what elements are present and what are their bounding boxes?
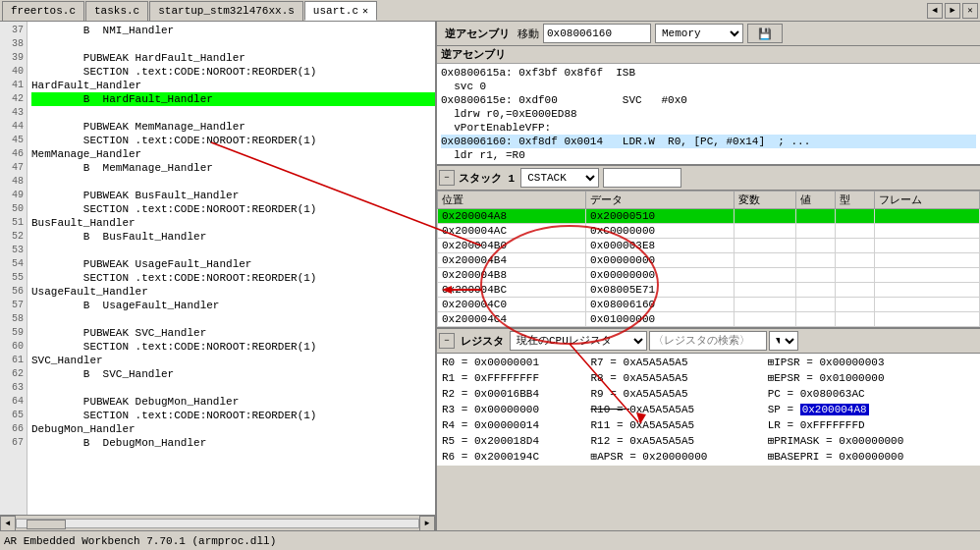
tab-bar: freertos.c tasks.c startup_stm32l476xx.s… <box>0 0 980 22</box>
stack-cell <box>795 239 835 253</box>
tab-close-icon[interactable]: ✕ <box>362 5 368 17</box>
reg-name: R1 = <box>442 372 474 384</box>
reg-header-bar: − レジスタ 現在のCPUレジスタ ▼ <box>437 329 980 354</box>
reg-value: 0xA5A5A5A5 <box>629 404 694 415</box>
reg-cell: ⊞IPSR = 0x00000003 <box>765 355 970 370</box>
tab-close-button[interactable]: ✕ <box>962 3 978 19</box>
reg-cell: R7 = 0xA5A5A5A5 <box>588 355 765 370</box>
line-number: 39 <box>0 51 27 65</box>
scroll-thumb[interactable] <box>27 520 66 529</box>
reg-value: 0xFFFFFFFD <box>800 419 865 431</box>
stack-cell <box>835 253 874 268</box>
code-line: SECTION .text:CODE:NOROOT:REORDER(1) <box>31 65 435 79</box>
reg-row: R5 = 0x200018D4R12 = 0xA5A5A5A5⊞PRIMASK … <box>439 433 978 449</box>
stack-cell <box>795 312 835 327</box>
stack-cell: 0x200004BC <box>438 283 586 298</box>
reg-name: R10 = <box>591 404 630 415</box>
scroll-right-button[interactable]: ► <box>419 516 435 531</box>
code-line: B SVC_Handler <box>31 367 435 381</box>
stack-cell <box>735 209 795 224</box>
stack-cell: 0x200004C4 <box>438 312 586 327</box>
tab-tasks[interactable]: tasks.c <box>85 1 148 21</box>
reg-name: ⊞APSR = <box>591 451 643 463</box>
tab-startup-label: startup_stm32l476xx.s <box>158 5 295 17</box>
tab-prev-button[interactable]: ◄ <box>927 3 943 19</box>
reg-row: R3 = 0x00000000R10 = 0xA5A5A5A5SP = 0x20… <box>439 402 978 417</box>
reg-value: 0x200018D4 <box>474 435 539 447</box>
disasm-toolbar: 逆アセンブリ 移動 Memory 💾 <box>437 22 980 46</box>
line-number: 49 <box>0 189 27 202</box>
reg-name: SP = <box>768 404 800 415</box>
stack-cell: 0xC0000000 <box>586 224 735 239</box>
stack-row: 0x200004AC0xC0000000 <box>438 224 980 239</box>
stack-cell <box>795 283 835 298</box>
reg-name: R0 = <box>442 357 474 368</box>
stack-select[interactable]: CSTACK <box>520 168 599 188</box>
horizontal-scrollbar[interactable]: ◄ ► <box>0 515 435 530</box>
stack-column-header: 型 <box>835 192 874 209</box>
reg-value: 0x00000000 <box>474 404 539 415</box>
code-line: SVC_Handler <box>31 354 435 367</box>
stack-cell: 0x000003E8 <box>586 239 735 253</box>
scroll-left-button[interactable]: ◄ <box>0 516 16 531</box>
stack-cell <box>875 253 980 268</box>
stack-table: 位置データ変数値型フレーム0x200004A80x200005100x20000… <box>437 191 980 327</box>
tab-startup[interactable]: startup_stm32l476xx.s <box>149 1 303 21</box>
stack-cell: 0x200004B4 <box>438 253 586 268</box>
reg-filter-select[interactable]: ▼ <box>769 331 798 351</box>
reg-name: R2 = <box>442 388 474 400</box>
disasm-label: 逆アセンブリ <box>441 49 506 61</box>
reg-name: R6 = <box>442 451 474 463</box>
stack-row: 0x200004A80x20000510 <box>438 209 980 224</box>
code-line: B DebugMon_Handler <box>31 436 435 450</box>
stack-row: 0x200004C40x01000000 <box>438 312 980 327</box>
code-line: B NMI_Handler <box>31 24 435 37</box>
line-number: 66 <box>0 422 27 436</box>
stack-search[interactable] <box>603 168 681 188</box>
reg-cell: R10 = 0xA5A5A5A5 <box>588 402 765 417</box>
reg-value: 0xA5A5A5A5 <box>629 419 694 431</box>
code-line <box>31 106 435 120</box>
tab-usart-label: usart.c <box>313 5 358 17</box>
reg-value: 0x00000001 <box>474 357 539 368</box>
tab-tasks-label: tasks.c <box>94 5 139 17</box>
line-number: 59 <box>0 326 27 340</box>
reg-value: 0xA5A5A5A5 <box>624 372 688 384</box>
reg-cell <box>969 449 978 465</box>
reg-name: PC = <box>768 388 800 400</box>
stack-cell: 0x200004AC <box>438 224 586 239</box>
address-input[interactable] <box>543 24 651 43</box>
reg-value: 0x00016BB4 <box>474 388 539 400</box>
line-number: 44 <box>0 120 27 134</box>
tab-freertos[interactable]: freertos.c <box>2 1 84 21</box>
reg-cell <box>969 402 978 417</box>
memory-select[interactable]: Memory <box>655 24 743 43</box>
reg-cell: R2 = 0x00016BB4 <box>439 386 588 402</box>
tab-next-button[interactable]: ► <box>945 3 960 19</box>
save-button[interactable]: 💾 <box>747 24 783 43</box>
tab-usart[interactable]: usart.c ✕ <box>304 1 377 21</box>
reg-value: 0x080063AC <box>800 388 865 400</box>
reg-name: ⊞PRIMASK = <box>768 435 840 447</box>
stack-header-bar: − スタック 1 CSTACK <box>437 166 980 191</box>
line-number: 60 <box>0 340 27 354</box>
stack-collapse-button[interactable]: − <box>439 170 455 186</box>
cpu-select[interactable]: 現在のCPUレジスタ <box>510 331 647 351</box>
code-line: PUBWEAK HardFault_Handler <box>31 51 435 65</box>
code-line: SECTION .text:CODE:NOROOT:REORDER(1) <box>31 134 435 147</box>
reg-cell: ⊞EPSR = 0x01000000 <box>765 370 970 386</box>
line-numbers: 3738394041424344454647484950515253545556… <box>0 22 27 515</box>
code-content: B NMI_Handler PUBWEAK HardFault_Handler … <box>27 22 435 515</box>
stack-column-header: 値 <box>795 192 835 209</box>
stack-cell <box>835 268 874 283</box>
reg-search[interactable] <box>649 331 767 351</box>
stack-cell: 0x200004C0 <box>438 298 586 312</box>
stack-cell <box>875 312 980 327</box>
reg-collapse-button[interactable]: − <box>439 333 455 349</box>
reg-value: 0x200004A8 <box>800 404 869 415</box>
stack-cell <box>835 224 874 239</box>
line-number: 54 <box>0 257 27 271</box>
reg-row: R0 = 0x00000001R7 = 0xA5A5A5A5⊞IPSR = 0x… <box>439 355 978 370</box>
code-line: BusFault_Handler <box>31 216 435 230</box>
code-line: B HardFault_Handler <box>31 92 435 106</box>
